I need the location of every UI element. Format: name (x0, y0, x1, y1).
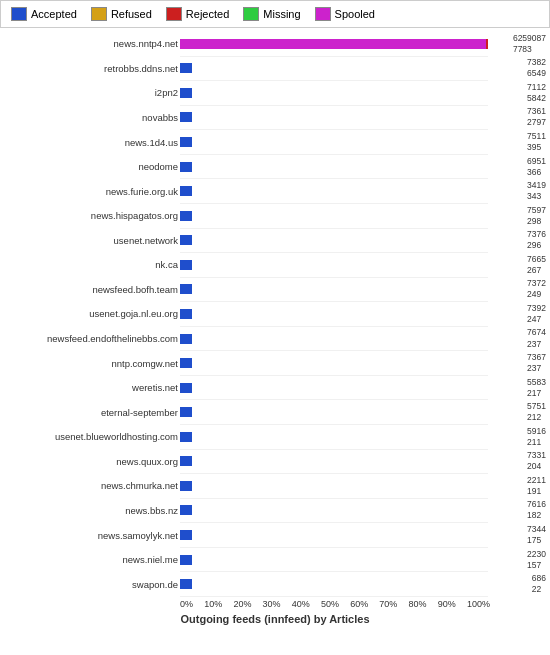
bar-track (180, 457, 488, 466)
x-label: 0% (180, 599, 193, 609)
accepted-segment (180, 334, 192, 344)
bar-track (180, 162, 488, 171)
bar-values: 7331204 (527, 450, 546, 472)
bar-row: news.quux.org7331204 (180, 450, 488, 475)
bar-label: usenet.network (0, 235, 178, 246)
bar-label: nntp.comgw.net (0, 358, 178, 369)
bar-values: 7376296 (527, 229, 546, 251)
bar-row: news.1d4.us7511395 (180, 130, 488, 155)
bar-row: news.samoylyk.net7344175 (180, 523, 488, 548)
bar-track (180, 138, 488, 147)
refused-legend-label: Refused (111, 8, 152, 20)
bar-track (180, 383, 488, 392)
rejected-color-box (166, 7, 182, 21)
bar-label: nk.ca (0, 259, 178, 270)
bar-label: news.1d4.us (0, 137, 178, 148)
accepted-segment (180, 63, 192, 73)
bar-values: 71125842 (527, 82, 546, 104)
bar-label: news.furie.org.uk (0, 186, 178, 197)
bar-values: 5751212 (527, 401, 546, 423)
x-label: 70% (379, 599, 397, 609)
bar-values: 73826549 (527, 57, 546, 79)
accepted-segment (180, 211, 192, 221)
accepted-segment (180, 88, 192, 98)
bar-row: weretis.net5583217 (180, 376, 488, 401)
x-label: 100% (467, 599, 490, 609)
bar-label: i2pn2 (0, 87, 178, 98)
accepted-segment (180, 555, 192, 565)
rejected-legend-label: Rejected (186, 8, 229, 20)
x-label: 10% (204, 599, 222, 609)
bar-label: weretis.net (0, 382, 178, 393)
bar-values: 7372249 (527, 278, 546, 300)
bar-label: news.samoylyk.net (0, 530, 178, 541)
bar-values: 62590877783 (513, 33, 546, 55)
bar-label: news.chmurka.net (0, 480, 178, 491)
bar-values: 5583217 (527, 377, 546, 399)
bar-track (180, 211, 488, 220)
bar-values: 73612797 (527, 106, 546, 128)
spooled-segment (180, 39, 486, 49)
accepted-segment (180, 407, 192, 417)
bars-wrapper: news.nntp4.net62590877783retrobbs.ddns.n… (0, 32, 550, 597)
bar-row: novabbs73612797 (180, 106, 488, 131)
rejected-segment (486, 39, 488, 49)
bar-row: news.nntp4.net62590877783 (180, 32, 488, 57)
bar-row: nk.ca7665267 (180, 253, 488, 278)
x-label: 20% (233, 599, 251, 609)
bar-values: 7511395 (527, 131, 546, 153)
bar-row: swapon.de68622 (180, 572, 488, 597)
bar-values: 3419343 (527, 180, 546, 202)
bar-label: retrobbs.ddns.net (0, 63, 178, 74)
bar-row: usenet.network7376296 (180, 229, 488, 254)
bar-values: 7674237 (527, 327, 546, 349)
x-label: 90% (438, 599, 456, 609)
bar-row: news.chmurka.net2211191 (180, 474, 488, 499)
bar-values: 68622 (532, 573, 546, 595)
bar-track (180, 285, 488, 294)
bar-track (180, 481, 488, 490)
legend: AcceptedRefusedRejectedMissingSpooled (0, 0, 550, 28)
bar-values: 5916211 (527, 426, 546, 448)
accepted-segment (180, 530, 192, 540)
x-label: 50% (321, 599, 339, 609)
bar-values: 7597298 (527, 205, 546, 227)
bar-row: newsfeed.bofh.team7372249 (180, 278, 488, 303)
bar-label: newsfeed.bofh.team (0, 284, 178, 295)
bar-label: news.niel.me (0, 554, 178, 565)
bar-values: 6951366 (527, 156, 546, 178)
bar-label: usenet.blueworldhosting.com (0, 431, 178, 442)
missing-color-box (243, 7, 259, 21)
bar-row: news.hispagatos.org7597298 (180, 204, 488, 229)
bar-track (180, 555, 488, 564)
chart-title: Outgoing feeds (innfeed) by Articles (0, 613, 550, 625)
bar-track (180, 39, 488, 48)
accepted-segment (180, 235, 192, 245)
bar-row: news.furie.org.uk3419343 (180, 179, 488, 204)
refused-color-box (91, 7, 107, 21)
accepted-segment (180, 505, 192, 515)
legend-item-refused: Refused (91, 7, 152, 21)
bar-track (180, 236, 488, 245)
bar-row: neodome6951366 (180, 155, 488, 180)
bar-values: 2211191 (527, 475, 546, 497)
missing-legend-label: Missing (263, 8, 300, 20)
bar-values: 2230157 (527, 549, 546, 571)
bar-track (180, 580, 488, 589)
bar-label: neodome (0, 161, 178, 172)
accepted-segment (180, 112, 192, 122)
bar-track (180, 359, 488, 368)
bar-label: news.nntp4.net (0, 38, 178, 49)
legend-item-accepted: Accepted (11, 7, 77, 21)
bar-row: retrobbs.ddns.net73826549 (180, 57, 488, 82)
bar-values: 7616182 (527, 499, 546, 521)
accepted-segment (180, 456, 192, 466)
accepted-segment (180, 186, 192, 196)
bar-label: newsfeed.endofthelinebbs.com (0, 333, 178, 344)
bar-values: 7344175 (527, 524, 546, 546)
legend-item-missing: Missing (243, 7, 300, 21)
x-label: 80% (409, 599, 427, 609)
bar-row: news.niel.me2230157 (180, 548, 488, 573)
bar-track (180, 88, 488, 97)
bar-label: eternal-september (0, 407, 178, 418)
